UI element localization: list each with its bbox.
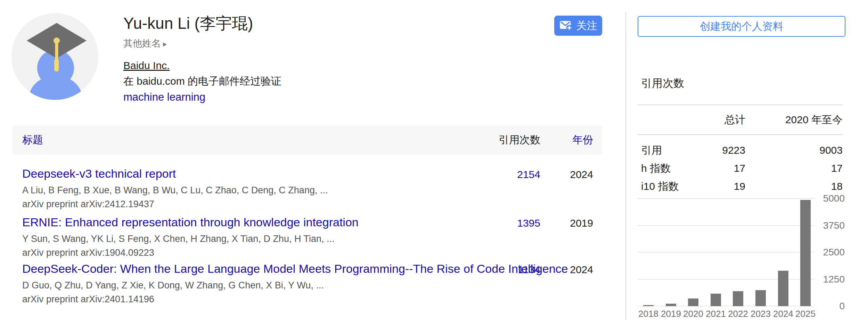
chart-bar-2022[interactable] <box>733 291 743 306</box>
cited-by-count-link[interactable]: 1395 <box>517 217 540 229</box>
create-profile-button[interactable]: 创建我的个人资料 <box>638 16 845 37</box>
papers-table-header: 标题 引用次数 年份 <box>13 126 602 154</box>
chart-bar-2021[interactable] <box>711 294 721 306</box>
stats-row-citations: 引用 9223 9003 <box>638 141 843 159</box>
citation-stats-header-row: 总计 2020 年至今 <box>638 104 843 135</box>
citation-stats-table: 总计 2020 年至今 引用 9223 9003 h 指数 17 17 i10 … <box>638 104 843 195</box>
chart-x-tick-label: 2025 <box>792 309 819 319</box>
paper-year: 2019 <box>570 217 593 229</box>
chart-gridline <box>638 198 815 199</box>
stats-row-label: 引用 <box>638 143 690 158</box>
stats-row-h-index: h 指数 17 17 <box>638 159 843 177</box>
paper-title-link[interactable]: ERNIE: Enhanced representation through k… <box>22 216 359 229</box>
paper-venue: arXiv preprint arXiv:2412.19437 <box>22 198 602 210</box>
chart-bar-2018[interactable] <box>643 305 654 306</box>
other-names-label: 其他姓名 <box>123 38 161 49</box>
chart-bar-2023[interactable] <box>755 290 766 306</box>
verified-email-text: 在 baidu.com 的电子邮件经过验证 <box>123 74 281 88</box>
chart-gridline <box>638 225 815 226</box>
paper-row: Deepseek-v3 technical report A Liu, B Fe… <box>13 166 602 210</box>
stats-row-i10-index: i10 指数 19 18 <box>638 177 843 195</box>
chart-y-tick-label: 3750 <box>816 220 845 231</box>
stats-value-all: 19 <box>690 180 745 192</box>
vertical-divider <box>625 12 626 320</box>
stats-row-label: h 指数 <box>638 161 690 176</box>
paper-title-link[interactable]: Deepseek-v3 technical report <box>22 167 176 180</box>
stats-row-label: i10 指数 <box>638 179 690 194</box>
other-names-toggle[interactable]: 其他姓名▸ <box>123 37 167 50</box>
chart-y-tick-label: 1250 <box>816 273 845 285</box>
chart-bar-2024[interactable] <box>778 271 788 306</box>
paper-title-link[interactable]: DeepSeek-Coder: When the Large Language … <box>22 262 568 275</box>
paper-year: 2024 <box>570 169 593 180</box>
sort-by-title-link[interactable]: 标题 <box>22 133 43 147</box>
caret-right-icon: ▸ <box>163 40 167 48</box>
paper-row: DeepSeek-Coder: When the Large Language … <box>13 261 602 305</box>
stats-value-since: 18 <box>745 180 843 192</box>
citations-panel-title: 引用次数 <box>641 76 684 90</box>
stats-col-since: 2020 年至今 <box>745 113 843 127</box>
stats-col-total: 总计 <box>690 113 745 127</box>
sort-by-citations-label: 引用次数 <box>499 133 540 147</box>
cited-by-count-link[interactable]: 2154 <box>517 169 540 180</box>
stats-value-all: 9223 <box>690 144 745 156</box>
citations-chart-plot: 0125025003750500020182019202020212022202… <box>638 199 815 306</box>
chart-bar-2020[interactable] <box>688 298 698 306</box>
chart-gridline <box>638 252 815 253</box>
paper-venue: arXiv preprint arXiv:2401.14196 <box>22 293 602 305</box>
chart-bar-2019[interactable] <box>666 304 676 306</box>
stats-value-since: 17 <box>745 162 843 174</box>
chart-y-tick-label: 5000 <box>816 193 845 204</box>
follow-button-label: 关注 <box>576 19 597 33</box>
paper-venue: arXiv preprint arXiv:1904.09223 <box>22 246 602 259</box>
paper-row: ERNIE: Enhanced representation through k… <box>13 214 602 259</box>
paper-authors: A Liu, B Feng, B Xue, B Wang, B Wu, C Lu… <box>22 184 602 196</box>
envelope-plus-icon <box>559 20 573 31</box>
profile-name: Yu-kun Li (李宇琨) <box>123 13 253 33</box>
chart-bar-2025[interactable] <box>800 200 811 306</box>
paper-year: 2024 <box>570 264 593 276</box>
paper-authors: D Guo, Q Zhu, D Yang, Z Xie, K Dong, W Z… <box>22 279 602 292</box>
chart-y-tick-label: 0 <box>816 300 845 312</box>
stats-value-all: 17 <box>690 162 745 174</box>
stats-value-since: 9003 <box>745 144 843 156</box>
paper-authors: Y Sun, S Wang, YK Li, S Feng, X Chen, H … <box>22 233 602 245</box>
cited-by-count-link[interactable]: 1134 <box>518 264 540 276</box>
sort-by-year-link[interactable]: 年份 <box>572 133 593 147</box>
citations-chart: 0125025003750500020182019202020212022202… <box>638 199 843 320</box>
scholar-profile-page: Yu-kun Li (李宇琨) 其他姓名▸ Baidu Inc. 在 baidu… <box>0 0 868 320</box>
follow-button[interactable]: 关注 <box>554 16 602 36</box>
graduation-cap-avatar-icon <box>11 13 98 100</box>
interest-link[interactable]: machine learning <box>123 90 205 104</box>
avatar <box>11 13 98 100</box>
chart-y-tick-label: 2500 <box>816 246 845 258</box>
affiliation-link[interactable]: Baidu Inc. <box>123 59 170 72</box>
